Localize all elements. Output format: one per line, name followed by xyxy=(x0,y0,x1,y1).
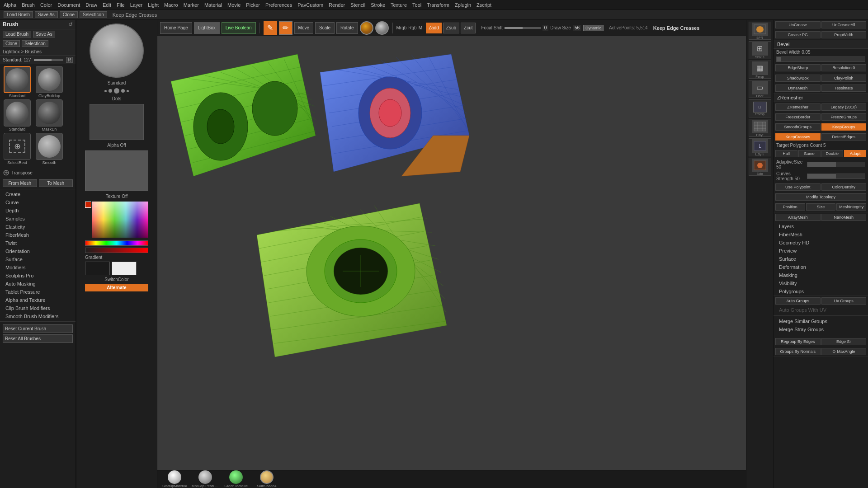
hue-gradient[interactable] xyxy=(92,202,148,238)
brush-thumb-masken[interactable] xyxy=(36,99,63,127)
menu-fibermesh[interactable]: FiberMesh xyxy=(0,231,75,239)
menu-stroke[interactable]: Stroke xyxy=(371,2,385,8)
reset-current-brush-button[interactable]: Reset Current Brush xyxy=(3,324,73,333)
grad-black-swatch[interactable] xyxy=(85,262,110,275)
crease-pg-button[interactable]: Crease PG xyxy=(775,31,821,38)
menu-create[interactable]: Create xyxy=(0,190,75,198)
tessimate-button[interactable]: Tessimate xyxy=(821,84,867,92)
visibility-item[interactable]: Visibility xyxy=(774,279,868,287)
double-button[interactable]: Double xyxy=(821,150,844,157)
adaptive-size-slider[interactable] xyxy=(807,162,865,167)
brush-thumb-standard2[interactable] xyxy=(4,99,31,127)
texture-off-box[interactable] xyxy=(85,150,148,191)
lightbox-label[interactable]: Lightbox > Brushes xyxy=(3,49,42,54)
keepgroups-button[interactable]: KeepGroups xyxy=(821,123,867,131)
edit-button[interactable]: ✎ xyxy=(264,21,277,35)
brush-item-standard[interactable]: Standard xyxy=(2,66,33,98)
same-button[interactable]: Same xyxy=(798,150,821,157)
groupsbynormals-button[interactable]: Groups By Normals xyxy=(775,348,821,355)
lightbox-button[interactable]: LightBox xyxy=(194,22,220,34)
curves-strength-slider[interactable] xyxy=(807,174,865,179)
mrgb-label[interactable]: Mrgb xyxy=(396,25,407,30)
from-mesh-btn[interactable]: From Mesh xyxy=(3,179,37,187)
edgesharp-button[interactable]: EdgeSharp xyxy=(775,64,821,71)
brush-thumb-smooth[interactable] xyxy=(36,133,63,160)
save-as-btn[interactable]: Save As xyxy=(33,31,55,38)
home-page-button[interactable]: Home Page xyxy=(160,22,192,34)
freezeborder-button[interactable]: FreezeBorder xyxy=(775,113,821,121)
to-mesh-btn[interactable]: To Mesh xyxy=(39,179,73,187)
menu-curve[interactable]: Curve xyxy=(0,198,75,206)
mat-skin[interactable]: SkinShade4 xyxy=(253,470,280,488)
scale-button[interactable]: Scale xyxy=(315,22,335,34)
brush-size-slider[interactable] xyxy=(34,59,63,61)
menu-material[interactable]: Material xyxy=(204,2,222,8)
side-icon-bpr[interactable]: BPR xyxy=(749,22,771,40)
grad-white-swatch[interactable] xyxy=(112,262,137,275)
menu-modifiers[interactable]: Modifiers xyxy=(0,263,75,272)
bevel-width-slider[interactable] xyxy=(776,56,865,62)
uncrease-button[interactable]: UnCrease xyxy=(775,21,821,28)
menu-marker[interactable]: Marker xyxy=(184,2,199,8)
menu-clip[interactable]: Clip Brush Modifiers xyxy=(0,304,75,312)
menu-preferences[interactable]: Preferences xyxy=(265,2,292,8)
brush-thumb-selrect[interactable]: ⊕ xyxy=(4,133,31,160)
menu-draw[interactable]: Draw xyxy=(85,2,97,8)
menu-color[interactable]: Color xyxy=(40,2,52,8)
brush-item-selrect[interactable]: ⊕ SelectRect xyxy=(2,133,33,165)
menu-automasking[interactable]: Auto Masking xyxy=(0,280,75,288)
keepcreases-button[interactable]: KeepCreases xyxy=(775,133,821,141)
zremesher-header[interactable]: ZRemesher xyxy=(774,94,868,102)
masking-item[interactable]: Masking xyxy=(774,271,868,279)
zsub-button[interactable]: Zsub xyxy=(443,23,459,33)
menu-stencil[interactable]: Stencil xyxy=(350,2,365,8)
adapt-button[interactable]: Adapt xyxy=(844,150,866,157)
menu-texture[interactable]: Texture xyxy=(391,2,407,8)
sel-btn[interactable]: SelectIcon xyxy=(22,40,48,47)
mat-green[interactable]: Green Metallic xyxy=(222,470,250,488)
uvgroups-button[interactable]: Uv Groups xyxy=(821,297,867,305)
fibermesh-item[interactable]: FiberMesh xyxy=(774,230,868,239)
half-button[interactable]: Half xyxy=(775,150,797,157)
menu-orientation[interactable]: Orientation xyxy=(0,247,75,255)
render-sphere-icon[interactable] xyxy=(375,21,389,35)
sat-slider[interactable] xyxy=(85,248,148,253)
brush-thumb-clay[interactable] xyxy=(36,66,63,93)
save-as-button[interactable]: Save As xyxy=(35,11,58,18)
surface-item[interactable]: Surface xyxy=(774,255,868,263)
geometryhd-item[interactable]: Geometry HD xyxy=(774,239,868,247)
polygroups-item[interactable]: Polygroups xyxy=(774,287,868,296)
brush-item-clay[interactable]: ClayBuildup xyxy=(34,66,65,98)
brush-size-r[interactable]: R xyxy=(66,57,73,63)
menu-zscript[interactable]: Zscript xyxy=(476,2,491,8)
hue-slider[interactable] xyxy=(85,240,148,246)
layers-item[interactable]: Layers xyxy=(774,222,868,230)
alternate-button[interactable]: Alternate xyxy=(85,284,148,291)
menu-macro[interactable]: Macro xyxy=(164,2,178,8)
menu-movie[interactable]: Movie xyxy=(227,2,241,8)
rgb-label[interactable]: Rgb xyxy=(408,25,416,30)
resolution-button[interactable]: Resolution 0 xyxy=(821,64,867,71)
uncreaseall-button[interactable]: UnCreaseAll xyxy=(821,21,867,28)
focal-shift-slider[interactable] xyxy=(505,27,541,29)
claypolish-button[interactable]: ClayPolish xyxy=(821,75,867,82)
reset-all-brushes-button[interactable]: Reset All Brushes xyxy=(3,334,73,343)
refresh-icon[interactable]: ↺ xyxy=(68,21,73,28)
menu-alpha[interactable]: Alpha xyxy=(4,2,16,8)
material-sphere-icon[interactable] xyxy=(360,21,373,35)
menu-tablet[interactable]: Tablet Pressure xyxy=(0,288,75,296)
bevel-header[interactable]: Bevel xyxy=(774,40,868,49)
menu-brush[interactable]: Brush xyxy=(22,2,35,8)
menu-samples[interactable]: Samples xyxy=(0,215,75,223)
menu-twist[interactable]: Twist xyxy=(0,239,75,247)
menu-edit[interactable]: Edit xyxy=(103,2,111,8)
regroupbyedges-button[interactable]: Regroup By Edges xyxy=(775,338,821,345)
deformation-item[interactable]: Deformation xyxy=(774,263,868,271)
zadd-button[interactable]: Zadd xyxy=(426,23,442,33)
m-label[interactable]: M xyxy=(419,25,422,30)
dynamic-button[interactable]: Dynamic xyxy=(583,25,604,31)
meshintegrity-button[interactable]: MeshIntegrity xyxy=(836,203,866,211)
menu-picker[interactable]: Picker xyxy=(246,2,260,8)
menu-transform[interactable]: Transform xyxy=(427,2,449,8)
maxangle-button[interactable]: ⊙ MaxAngle xyxy=(821,348,867,355)
